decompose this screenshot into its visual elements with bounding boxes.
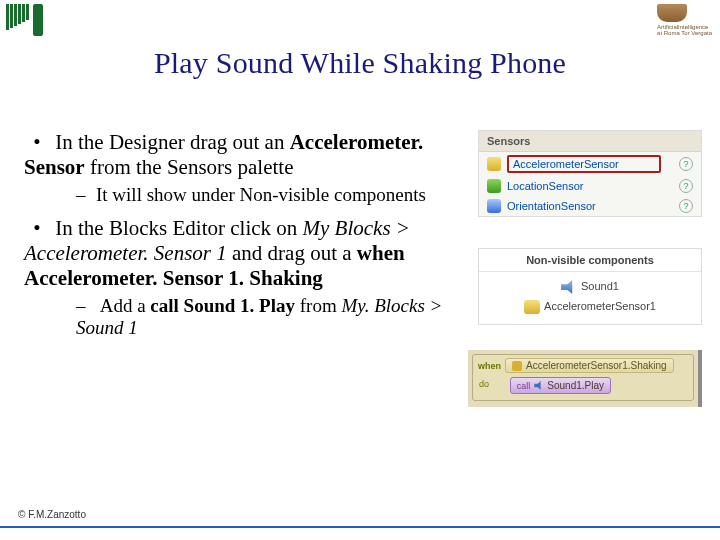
bullet-1: In the Designer drag out an Acceleromete… — [24, 130, 454, 206]
help-icon[interactable]: ? — [679, 199, 693, 213]
bullet-2-text-mid: and drag out a — [227, 241, 357, 265]
sensor-accelerometer-row[interactable]: AccelerometerSensor ? — [479, 152, 701, 176]
accelerometer-icon — [524, 300, 540, 314]
bullet-2-sub-pre: Add a — [100, 295, 151, 316]
bullet-1-sub: It will show under Non-visible component… — [76, 184, 454, 206]
sensor-orientation-row[interactable]: OrientationSensor ? — [479, 196, 701, 216]
sensors-palette: Sensors AccelerometerSensor ? LocationSe… — [478, 130, 702, 217]
when-keyword: when — [478, 361, 501, 371]
university-logo — [0, 0, 49, 40]
bottom-divider — [0, 526, 720, 528]
top-bar: ArtificialIntelligence at Roma Tor Verga… — [0, 0, 720, 40]
help-icon[interactable]: ? — [679, 179, 693, 193]
bullet-2-sub: Add a call Sound 1. Play from My. Blocks… — [76, 295, 454, 339]
help-icon[interactable]: ? — [679, 157, 693, 171]
sensor-location-label: LocationSensor — [507, 180, 583, 192]
call-action-label: Sound1.Play — [547, 380, 604, 391]
slide-title: Play Sound While Shaking Phone — [0, 46, 720, 80]
bullet-2-text-pre: In the Blocks Editor click on — [55, 216, 302, 240]
blocks-editor: when AccelerometerSensor1.Shaking do cal… — [468, 350, 702, 407]
event-pill[interactable]: AccelerometerSensor1.Shaking — [505, 358, 674, 373]
bullet-2: In the Blocks Editor click on My Blocks … — [24, 216, 454, 339]
bullet-1-text-post: from the Sensors palette — [85, 155, 294, 179]
do-keyword: do — [479, 379, 489, 389]
logo-bar-icon — [33, 4, 43, 36]
art-logo-line2: at Roma Tor Vergata — [657, 30, 712, 36]
sensor-accelerometer-label: AccelerometerSensor — [507, 155, 661, 173]
accelerometer-icon — [487, 157, 501, 171]
when-block[interactable]: when AccelerometerSensor1.Shaking do cal… — [472, 354, 694, 401]
bullet-1-text-pre: In the Designer drag out an — [55, 130, 289, 154]
sound-icon — [534, 381, 543, 390]
nonvisible-sound[interactable]: Sound1 — [561, 280, 619, 294]
accelerometer-icon — [512, 361, 522, 371]
nonvisible-sound-label: Sound1 — [581, 280, 619, 292]
call-pill[interactable]: call Sound1.Play — [510, 377, 611, 394]
sensor-location-row[interactable]: LocationSensor ? — [479, 176, 701, 196]
location-icon — [487, 179, 501, 193]
nonvisible-header: Non-visible components — [479, 249, 701, 272]
slide-body: In the Designer drag out an Acceleromete… — [24, 130, 454, 349]
art-logo: ArtificialIntelligence at Roma Tor Verga… — [649, 0, 720, 40]
logo-stripes-icon — [6, 4, 29, 36]
footer-copyright: © F.M.Zanzotto — [18, 509, 86, 520]
orientation-icon — [487, 199, 501, 213]
nonvisible-accel-label: AccelerometerSensor1 — [544, 300, 656, 312]
art-shape-icon — [657, 4, 687, 22]
bullet-2-sub-mid: from — [295, 295, 341, 316]
sensors-header: Sensors — [479, 131, 701, 152]
sensor-orientation-label: OrientationSensor — [507, 200, 596, 212]
call-keyword: call — [517, 381, 531, 391]
bullet-1-sub-text: It will show under Non-visible component… — [96, 184, 426, 205]
nonvisible-panel: Non-visible components Sound1 Accelerome… — [478, 248, 702, 325]
sound-icon — [561, 280, 577, 294]
bullet-2-sub-strong: call Sound 1. Play — [150, 295, 295, 316]
nonvisible-accel[interactable]: AccelerometerSensor1 — [524, 300, 656, 314]
event-label: AccelerometerSensor1.Shaking — [526, 360, 667, 371]
